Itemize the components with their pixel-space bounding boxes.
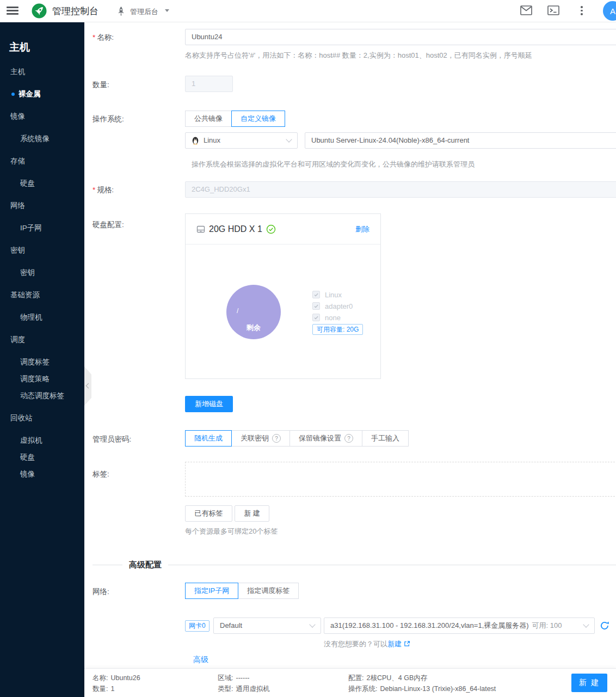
check-circle-icon: [266, 224, 276, 234]
top-header: 管理控制台 管理后台 A: [0, 0, 616, 22]
sidebar-item-动态调度标签[interactable]: 动态调度标签: [0, 390, 84, 402]
partition-label: adapter0: [325, 302, 353, 310]
spec-input[interactable]: 2C4G_HDD20Gx1: [185, 181, 616, 198]
required-mark: *: [93, 33, 95, 41]
count-input[interactable]: 1: [185, 76, 233, 92]
password-option-随机生成[interactable]: 随机生成: [185, 430, 232, 447]
sidebar-item-基础资源[interactable]: 基础资源: [0, 289, 84, 301]
admin-password-label: 管理员密码:: [93, 435, 131, 444]
footer-bar: 名称:Ubuntu26数量:1区域:------类型:通用虚拟机配置:2核CPU…: [84, 668, 616, 697]
sidebar-item-硬盘[interactable]: 硬盘: [0, 451, 84, 463]
linux-penguin-icon: [192, 136, 199, 145]
sidebar-item-镜像[interactable]: 镜像: [0, 468, 84, 480]
sidebar-item-裸金属[interactable]: 裸金属: [0, 88, 84, 100]
sidebar-item-IP子网[interactable]: IP子网: [0, 222, 84, 234]
mail-icon[interactable]: [520, 5, 532, 15]
rocket-icon: [116, 6, 126, 16]
chevron-down-icon: [286, 136, 292, 142]
sidebar-item-回收站[interactable]: 回收站: [0, 412, 84, 424]
avatar[interactable]: A: [603, 1, 616, 21]
partition-label: none: [325, 314, 341, 322]
os-platform-select[interactable]: Linux: [185, 132, 298, 149]
create-subnet-link[interactable]: 新建: [387, 640, 402, 648]
add-disk-button[interactable]: 新增磁盘: [185, 396, 233, 412]
create-button[interactable]: 新 建: [571, 674, 607, 692]
disk-card-header: 20G HDD X 1 删除: [186, 214, 380, 244]
network-mode-sched-button[interactable]: 指定调度标签: [238, 583, 299, 599]
os-image-select[interactable]: Ubuntu Server-Linux-24.04(Noble)-x86_64-…: [305, 132, 616, 149]
os-platform-value: Linux: [204, 133, 287, 148]
sidebar-item-主机[interactable]: 主机: [0, 66, 84, 78]
active-dot: [11, 93, 15, 96]
footer-summary-row: 区域:------: [218, 672, 270, 683]
tags-drop-area[interactable]: [185, 462, 616, 497]
password-option-手工输入[interactable]: 手工输入: [362, 430, 409, 447]
footer-summary-row: 类型:通用虚拟机: [218, 683, 270, 694]
chevron-down-icon: [309, 621, 315, 627]
password-mode-group: 随机生成关联密钥?保留镜像设置?手工输入: [185, 430, 409, 447]
checkbox-checked-icon[interactable]: [312, 302, 320, 310]
console-switcher[interactable]: 管理后台: [130, 7, 158, 17]
nic-network-value: Default: [220, 618, 310, 633]
sidebar-item-调度策略[interactable]: 调度策略: [0, 373, 84, 385]
os-help: 操作系统会根据选择的虚拟化平台和可用区域的变化而变化，公共镜像的维护请联系管理员: [192, 160, 475, 169]
disk-delete-button[interactable]: 删除: [355, 224, 369, 234]
advanced-link[interactable]: 高级: [193, 655, 208, 665]
partition-row: adapter0: [312, 302, 353, 310]
sidebar-item-虚拟机[interactable]: 虚拟机: [0, 435, 84, 447]
subnet-available: 可用: 100: [532, 618, 584, 633]
footer-summary-row: 数量:1: [93, 683, 140, 694]
app-title: 管理控制台: [52, 5, 98, 17]
hamburger-menu-icon[interactable]: [7, 7, 19, 15]
disk-config-label: 硬盘配置:: [93, 220, 124, 230]
sidebar-item-密钥[interactable]: 密钥: [0, 267, 84, 279]
sidebar: 主机 主机裸金属镜像系统镜像存储硬盘网络IP子网密钥密钥基础资源物理机调度调度标…: [0, 22, 84, 697]
page: 管理控制台 管理后台 A 主机 主机裸金属镜像系统镜像存储硬盘网络IP子网密钥密…: [0, 0, 616, 697]
sidebar-item-物理机[interactable]: 物理机: [0, 311, 84, 323]
refresh-icon[interactable]: [600, 621, 609, 631]
advanced-section-title: 高级配置: [129, 560, 162, 570]
pie-root-slice-label: /: [237, 307, 238, 315]
nic-network-select[interactable]: Default: [213, 617, 321, 634]
sidebar-item-存储[interactable]: 存储: [0, 155, 84, 167]
existing-tags-button[interactable]: 已有标签: [185, 505, 232, 522]
required-mark: *: [93, 186, 95, 194]
subnet-help: 没有您想要的？可以新建: [324, 639, 410, 649]
nic-badge: 网卡0: [185, 620, 210, 632]
sidebar-item-镜像[interactable]: 镜像: [0, 111, 84, 123]
sidebar-item-调度[interactable]: 调度: [0, 334, 84, 346]
question-circle-icon: ?: [344, 434, 353, 443]
partition-row: none: [312, 313, 353, 322]
advanced-section-divider: 高级配置: [93, 560, 616, 570]
sidebar-item-硬盘[interactable]: 硬盘: [0, 178, 84, 189]
os-label: 操作系统:: [93, 114, 124, 124]
tab-custom-image[interactable]: 自定义镜像: [231, 111, 285, 127]
disk-card-title: 20G HDD X 1: [209, 224, 262, 234]
sidebar-item-系统镜像[interactable]: 系统镜像: [0, 133, 84, 145]
name-input[interactable]: Ubuntu24: [185, 29, 616, 45]
disk-card-body: / 剩余 Linuxadapter0none 可用容量: 20G: [186, 244, 380, 379]
sidebar-item-网络[interactable]: 网络: [0, 200, 84, 212]
question-circle-icon: ?: [272, 434, 281, 443]
chevron-down-icon: [583, 621, 589, 627]
network-mode-subnet-button[interactable]: 指定IP子网: [185, 583, 238, 599]
network-label: 网络:: [93, 587, 109, 597]
tags-note: 每个资源最多可绑定20个标签: [185, 527, 278, 536]
subnet-select[interactable]: a31(192.168.31.100 - 192.168.31.200/24,v…: [324, 617, 595, 634]
name-label: *名称:: [93, 33, 114, 42]
pie-remainder-label: 剩余: [226, 323, 281, 333]
subnet-value: a31(192.168.31.100 - 192.168.31.200/24,v…: [330, 618, 529, 633]
terminal-icon[interactable]: [547, 5, 559, 15]
password-option-关联密钥[interactable]: 关联密钥?: [231, 430, 290, 447]
disk-partition-list: Linuxadapter0none: [312, 290, 353, 325]
disk-usage-pie: / 剩余: [226, 285, 281, 339]
password-option-保留镜像设置[interactable]: 保留镜像设置?: [289, 430, 362, 447]
checkbox-checked-icon[interactable]: [312, 291, 320, 298]
sidebar-item-密钥[interactable]: 密钥: [0, 244, 84, 256]
checkbox-checked-icon[interactable]: [312, 314, 320, 321]
tab-public-image[interactable]: 公共镜像: [185, 111, 232, 127]
new-tag-button[interactable]: 新 建: [235, 505, 269, 522]
sidebar-item-调度标签[interactable]: 调度标签: [0, 356, 84, 368]
more-menu-icon[interactable]: [579, 6, 584, 17]
partition-row: Linux: [312, 290, 353, 299]
